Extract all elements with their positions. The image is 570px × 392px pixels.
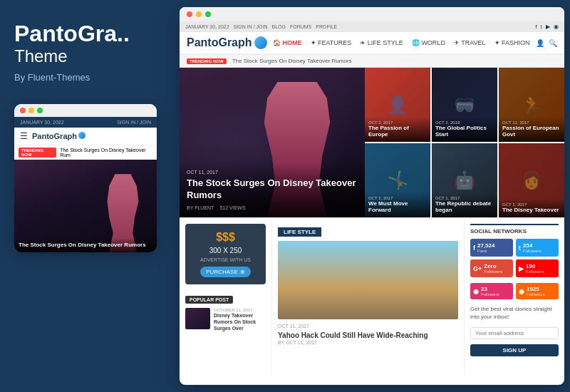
dot-yellow xyxy=(28,108,34,113)
bottom-section: $$$ 300 X 250 ADVERTISE WITH US PURCHASE… xyxy=(180,217,564,374)
google-btn[interactable]: G+ Zero Followers xyxy=(470,259,513,277)
gp-count: Zero xyxy=(484,263,502,269)
twitter-btn[interactable]: t 254 Followers xyxy=(516,239,559,257)
topbar-left: JANUARY 30, 2022 SIGN IN / JOIN BLOG FOR… xyxy=(185,24,337,29)
social-header: SOCIAL NETWORKS xyxy=(470,224,559,234)
search-icon[interactable]: 🔍 xyxy=(549,39,557,47)
hamburger-icon[interactable]: ☰ xyxy=(20,131,28,141)
grid-item-1[interactable]: 👤 OCT 2, 2017 The Passion of Europe xyxy=(365,68,430,142)
nav-home[interactable]: 🏠 HOME xyxy=(273,39,302,46)
browser-nav-links: 🏠 HOME ✦ FEATURES ❧ LIFE STYLE 🌐 WORLD ✈… xyxy=(273,39,530,46)
lifestyle-date: OCT 11, 2017 xyxy=(278,324,458,329)
mobile-trending-text: The Stock Surges On Disney Takeover Rum xyxy=(60,148,152,158)
browser-nav: PantoGraph 🏠 HOME ✦ FEATURES ❧ LIFE STYL… xyxy=(180,32,564,55)
facebook-btn[interactable]: f 27,524 Fans xyxy=(470,239,513,257)
lifestyle-byline: BY OCT 11, 2017 xyxy=(278,340,458,345)
popular-thumb xyxy=(185,308,210,329)
popular-item[interactable]: OCTOBER 11, 2017 Disney Takeover Rumors … xyxy=(185,308,266,331)
newsletter-text: Get the best viral stories straight into… xyxy=(470,305,559,321)
social-grid: f 27,524 Fans t 254 Followers xyxy=(470,239,559,277)
grid-title-5: The Republic debate began xyxy=(435,200,494,214)
hero-by: BY FLUENT xyxy=(187,205,214,210)
mobile-logo-dot xyxy=(78,132,86,139)
grid-item-2[interactable]: 🥽 OCT 2, 2019 The Global Politics Start xyxy=(432,68,497,142)
instagram2-btn[interactable]: ◉ 1925 Followers xyxy=(516,283,559,299)
browser-topbar: JANUARY 30, 2022 SIGN IN / JOIN BLOG FOR… xyxy=(180,21,564,32)
ad-size: 300 X 250 xyxy=(192,247,259,254)
browser-chrome xyxy=(180,7,564,21)
mobile-trending-label: TRENDING NOW xyxy=(19,148,56,158)
yt-icon: ▶ xyxy=(519,265,524,272)
fb-count: 27,524 xyxy=(477,242,494,249)
ad-box: $$$ 300 X 250 ADVERTISE WITH US PURCHASE… xyxy=(185,224,266,284)
topbar-forums[interactable]: FORUMS xyxy=(290,24,311,29)
browser-dot-red[interactable] xyxy=(187,11,192,17)
browser-dot-yellow[interactable] xyxy=(196,11,202,17)
nav-features[interactable]: ✦ FEATURES xyxy=(311,39,352,46)
social-col: SOCIAL NETWORKS f 27,524 Fans t 254 Fol xyxy=(465,218,564,374)
grid-overlay-6: OCT 1, 2017 The Disney Takeover xyxy=(499,199,564,217)
purchase-icon: ⊕ xyxy=(240,269,245,275)
ig2-icon: ◉ xyxy=(519,288,524,295)
logo-globe xyxy=(254,36,267,49)
content-area: OCT 11, 2017 The Stock Surges On Disney … xyxy=(180,68,564,385)
lifestyle-title[interactable]: Yahoo Hack Could Still Have Wide-Reachin… xyxy=(278,331,458,340)
ad-popular-col: $$$ 300 X 250 ADVERTISE WITH US PURCHASE… xyxy=(180,218,272,374)
grid-title-4: We Must Move Forward xyxy=(368,200,427,214)
purchase-label: PURCHASE xyxy=(206,269,237,275)
mobile-logo: PantoGraph xyxy=(32,132,86,140)
lifestyle-scene xyxy=(278,241,458,319)
lifestyle-col: LIFE STYLE OCT 11, 2017 Yahoo Hack Could… xyxy=(272,218,465,374)
topbar-sign-in[interactable]: SIGN IN / JOIN xyxy=(234,24,268,29)
youtube-icon[interactable]: ▶ xyxy=(546,24,550,30)
facebook-icon[interactable]: f xyxy=(536,24,537,30)
grid-item-6[interactable]: 👩 OCT 1, 2017 The Disney Takeover xyxy=(499,143,564,217)
popular-info: OCTOBER 11, 2017 Disney Takeover Rumors … xyxy=(214,308,266,331)
mobile-topbar: JANUARY 30, 2022 SIGN IN / JOIN xyxy=(14,117,157,128)
grid-title-2: The Global Politics Start xyxy=(435,125,494,138)
nav-fashion[interactable]: ✦ FASHION xyxy=(494,39,530,46)
lifestyle-label: LIFE STYLE xyxy=(278,227,321,237)
instagram1-btn[interactable]: ◉ 23 Followers xyxy=(470,283,513,299)
nav-lifestyle[interactable]: ❧ LIFE STYLE xyxy=(360,39,403,46)
popular-post-section: POPULAR POST OCTOBER 11, 2017 Disney Tak… xyxy=(185,292,266,331)
tw-label: Followers xyxy=(523,249,542,253)
lifestyle-hero[interactable] xyxy=(278,241,458,319)
user-icon[interactable]: 👤 xyxy=(536,39,544,47)
youtube-btn[interactable]: ▶ 190 Followers xyxy=(516,259,559,277)
twitter-icon[interactable]: t xyxy=(541,24,542,30)
mobile-trending-bar: TRENDING NOW The Stock Surges On Disney … xyxy=(14,145,157,160)
brand-subtitle: Theme xyxy=(14,46,162,66)
brand-title: PantoGra.. xyxy=(14,21,162,46)
browser-dot-green[interactable] xyxy=(205,11,211,17)
main-hero[interactable]: OCT 11, 2017 The Stock Surges On Disney … xyxy=(180,68,365,217)
grid-item-5[interactable]: 🤖 OCT 1, 2017 The Republic debate began xyxy=(432,143,497,217)
grid-item-4[interactable]: 🤸 OCT 2, 2017 We Must Move Forward xyxy=(365,143,430,217)
email-input[interactable] xyxy=(470,327,559,339)
tw-count: 254 xyxy=(523,242,542,249)
hero-meta: BY FLUENT 512 VIEWS xyxy=(187,205,358,210)
popular-label: POPULAR POST xyxy=(185,296,233,304)
grid-overlay-1: OCT 2, 2017 The Passion of Europe xyxy=(365,117,430,142)
yt-count: 190 xyxy=(526,263,544,269)
topbar-blog[interactable]: BLOG xyxy=(271,24,285,29)
nav-world[interactable]: 🌐 WORLD xyxy=(412,39,445,46)
ig1-label: Followers xyxy=(481,292,499,296)
topbar-profile[interactable]: PROFILE xyxy=(316,24,337,29)
trending-strip: TRENDING NOW The Stock Surges On Disney … xyxy=(180,55,564,68)
trending-text: The Stock Surges On Disney Takeover Rumo… xyxy=(232,58,352,64)
browser-window: JANUARY 30, 2022 SIGN IN / JOIN BLOG FOR… xyxy=(180,7,564,385)
brand-by: By Fluent-Themes xyxy=(14,72,162,83)
nav-travel[interactable]: ✈ TRAVEL xyxy=(454,39,486,46)
grid-overlay-5: OCT 1, 2017 The Republic debate began xyxy=(432,192,497,217)
hero-overlay: OCT 11, 2017 The Stock Surges On Disney … xyxy=(180,163,365,217)
purchase-button[interactable]: PURCHASE ⊕ xyxy=(200,267,250,277)
ig1-count: 23 xyxy=(481,286,499,292)
grid-section: 👤 OCT 2, 2017 The Passion of Europe 🥽 OC… xyxy=(365,68,564,217)
ad-advertise: ADVERTISE WITH US xyxy=(192,257,259,262)
popular-title: Disney Takeover Rumors On Stock Surges O… xyxy=(214,312,266,331)
instagram-icon[interactable]: ◉ xyxy=(554,24,559,30)
signup-button[interactable]: SIGN UP xyxy=(470,344,559,356)
grid-item-3[interactable]: 🏃 OCT 11, 2017 Passion of European Govt xyxy=(499,68,564,142)
fb-label: Fans xyxy=(477,249,494,253)
